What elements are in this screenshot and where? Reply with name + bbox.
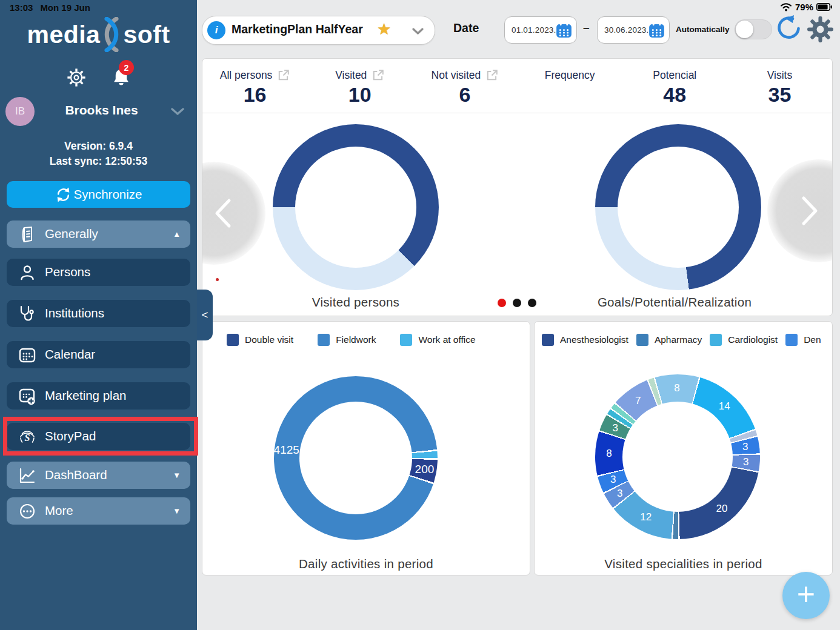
legend-label: Anesthesiologist xyxy=(560,334,628,345)
version-info: Version: 6.9.4 Last sync: 12:50:53 xyxy=(0,139,197,169)
sidebar-item-marketing-plan[interactable]: Marketing plan xyxy=(7,382,190,409)
automatically-label: Automatically xyxy=(676,25,730,34)
legend-label: Den xyxy=(804,334,821,345)
date-range-separator: – xyxy=(583,21,590,35)
legend-swatch xyxy=(636,334,648,346)
calendar-picker-icon[interactable] xyxy=(556,22,572,38)
avatar[interactable]: IB xyxy=(5,97,35,126)
goals-potential-donut-chart xyxy=(595,124,761,290)
synchronize-button[interactable]: Synchronize xyxy=(7,181,190,208)
legend-swatch xyxy=(400,334,412,346)
chart-title: Goals/Potential/Realization xyxy=(575,295,775,310)
calendar-icon xyxy=(18,345,37,365)
legend-item: Work at office xyxy=(400,334,475,346)
automatically-toggle[interactable] xyxy=(735,19,772,39)
logo-text-media: media xyxy=(27,21,100,49)
battery-icon xyxy=(816,3,833,11)
stat-label: Potencial xyxy=(653,69,696,82)
clock-date: Mon 19 Jun xyxy=(40,2,90,13)
legend-label: Apharmacy xyxy=(655,334,702,345)
favorite-star-icon[interactable]: ★ xyxy=(377,20,391,39)
carousel-next-button[interactable] xyxy=(767,159,833,262)
legend-item: Apharmacy xyxy=(636,334,702,346)
sidebar-item-institutions[interactable]: Institutions xyxy=(7,300,190,327)
info-icon[interactable]: i xyxy=(207,21,225,39)
battery-percent: 79% xyxy=(795,2,813,12)
synchronize-label: Synchronize xyxy=(74,187,142,202)
stat-label: All persons xyxy=(220,69,273,82)
chevron-right-icon xyxy=(800,196,819,226)
sidebar-item-more[interactable]: More ▼ xyxy=(7,497,190,525)
chart-title: Visited persons xyxy=(261,295,451,310)
overview-carousel-card: All persons 16 Visited 10 Not visited 6 … xyxy=(202,58,833,316)
app-logo: media soft xyxy=(0,17,197,52)
user-chevron-down-icon[interactable] xyxy=(171,108,184,115)
chevron-left-icon xyxy=(213,198,233,228)
clock-time: 13:03 xyxy=(10,2,33,13)
refresh-icon[interactable] xyxy=(773,15,802,44)
stat-value: 6 xyxy=(459,83,470,107)
plus-icon: + xyxy=(797,579,815,610)
date-to-field[interactable]: 30.06.2023. xyxy=(597,16,670,44)
stat-all-persons: All persons 16 xyxy=(202,59,307,113)
sidebar-item-label: Marketing plan xyxy=(45,388,126,403)
stat-visits: Visits 35 xyxy=(727,59,832,113)
carousel-dot[interactable] xyxy=(528,299,536,307)
stat-label: Frequency xyxy=(545,69,595,82)
sidebar-item-label: Persons xyxy=(45,265,90,279)
sidebar-item-persons[interactable]: Persons xyxy=(7,259,190,286)
daily-activities-donut-chart: 2004125 xyxy=(274,376,438,540)
sidebar-item-label: Institutions xyxy=(45,306,104,320)
sidebar-collapse-handle[interactable]: < xyxy=(197,290,213,340)
ellipsis-circle-icon xyxy=(18,502,37,521)
notification-badge: 2 xyxy=(119,60,134,75)
add-button[interactable]: + xyxy=(782,572,830,619)
stat-potencial: Potencial 48 xyxy=(622,59,727,113)
stat-value: 16 xyxy=(244,83,267,107)
legend-label: Cardiologist xyxy=(728,334,778,345)
date-to-value: 30.06.2023. xyxy=(604,25,649,35)
calendar-picker-icon[interactable] xyxy=(648,22,665,38)
specialities-donut-chart: 14332012338378 xyxy=(595,374,760,539)
chart-title: Visited specialities in period xyxy=(535,557,832,571)
stat-not-visited: Not visited 6 xyxy=(412,59,517,113)
legend-item: Fieldwork xyxy=(318,334,376,346)
external-link-icon[interactable] xyxy=(278,69,290,81)
legend-label: Work at office xyxy=(418,334,475,345)
external-link-icon[interactable] xyxy=(486,69,498,81)
sidebar-item-label: Calendar xyxy=(45,347,95,362)
sidebar-item-dashboard[interactable]: DashBoard ▼ xyxy=(7,462,190,489)
last-sync-line: Last sync: 12:50:53 xyxy=(0,154,197,169)
specialities-legend: Anesthesiologist Apharmacy Cardiologist … xyxy=(542,334,828,346)
settings-gear-icon[interactable] xyxy=(807,16,834,43)
carousel-dot[interactable] xyxy=(513,299,521,307)
toggle-knob xyxy=(736,21,753,38)
chevron-down-icon[interactable] xyxy=(412,28,424,35)
sidebar: 13:03Mon 19 Jun media soft 2 xyxy=(0,0,197,630)
external-link-icon[interactable] xyxy=(372,69,384,81)
chevron-up-triangle-icon: ▲ xyxy=(173,230,181,239)
date-from-field[interactable]: 01.01.2023. xyxy=(504,16,577,44)
stat-value: 35 xyxy=(768,83,792,107)
legend-swatch xyxy=(785,334,798,346)
stat-value: 10 xyxy=(348,83,372,107)
line-chart-icon xyxy=(18,466,37,485)
plan-selector[interactable]: i MarketingPlan HalfYear ★ xyxy=(202,16,435,45)
carousel-prev-button[interactable] xyxy=(202,162,265,265)
sidebar-item-generally[interactable]: Generally ▲ xyxy=(7,220,190,248)
chevron-down-triangle-icon: ▼ xyxy=(173,506,181,516)
sidebar-item-calendar[interactable]: Calendar xyxy=(7,341,190,368)
sidebar-item-storypad[interactable]: S StoryPad xyxy=(7,423,190,450)
plan-title: MarketingPlan HalfYear xyxy=(232,22,363,36)
daily-activities-card: Double visit Fieldwork Work at office 20… xyxy=(202,321,530,575)
legend-item: Anesthesiologist xyxy=(542,334,628,346)
chart-title: Daily activities in period xyxy=(202,557,530,571)
svg-text:S: S xyxy=(25,433,30,443)
settings-gear-icon[interactable] xyxy=(65,67,87,88)
legend-item: Double visit xyxy=(227,334,293,346)
wifi-icon xyxy=(780,2,792,12)
carousel-dot-active[interactable] xyxy=(498,299,506,307)
main-content: 79% i MarketingPlan HalfYear ★ Date 01.0… xyxy=(197,0,840,630)
stat-visited: Visited 10 xyxy=(307,59,412,113)
stat-label: Not visited xyxy=(432,69,481,82)
